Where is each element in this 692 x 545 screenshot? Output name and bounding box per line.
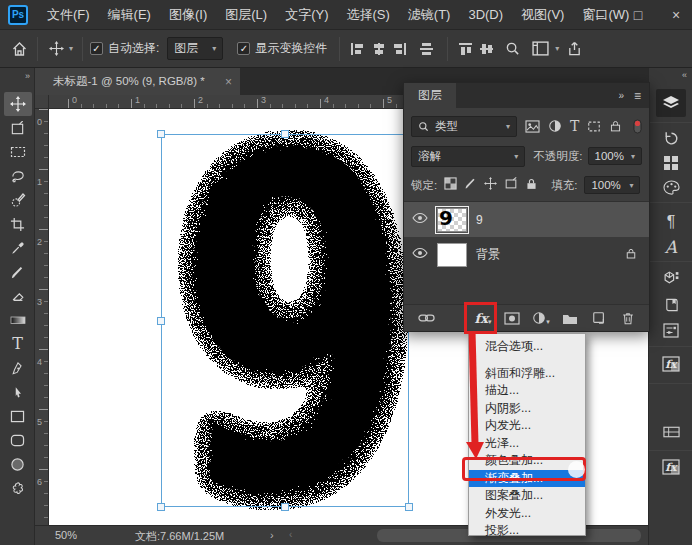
align-left-icon[interactable] bbox=[351, 43, 364, 55]
document-tab[interactable]: 未标题-1 @ 50% (9, RGB/8) * × bbox=[35, 68, 240, 95]
eraser-tool[interactable] bbox=[4, 284, 32, 308]
dock-timeline-icon[interactable] bbox=[656, 418, 686, 446]
transform-handle-top-left[interactable] bbox=[157, 130, 165, 138]
auto-select-checkbox[interactable]: ✓ bbox=[90, 42, 103, 55]
align-right-icon[interactable] bbox=[393, 43, 406, 55]
custom-shape-tool[interactable] bbox=[4, 476, 32, 500]
minimize-button[interactable]: – bbox=[592, 8, 608, 22]
dock-expand-icon[interactable]: « bbox=[682, 70, 686, 80]
brush-tool[interactable] bbox=[4, 260, 32, 284]
visibility-eye-icon[interactable] bbox=[412, 247, 428, 262]
filter-smart-object-icon[interactable] bbox=[609, 119, 622, 133]
add-layer-mask-icon[interactable] bbox=[503, 309, 521, 327]
menu-edit[interactable]: 编辑(E) bbox=[99, 0, 160, 30]
dock-paragraph-icon[interactable]: ¶ bbox=[656, 208, 686, 236]
tab-close-icon[interactable]: × bbox=[225, 75, 232, 89]
quick-selection-tool[interactable] bbox=[4, 188, 32, 212]
visibility-eye-icon[interactable] bbox=[412, 212, 428, 227]
filter-adjustment-layers-icon[interactable] bbox=[548, 119, 562, 133]
workspace-switcher-icon[interactable] bbox=[529, 38, 551, 60]
zoom-level[interactable]: 50% bbox=[55, 529, 77, 541]
rounded-rectangle-tool[interactable] bbox=[4, 428, 32, 452]
menu-view[interactable]: 视图(V) bbox=[512, 0, 573, 30]
filter-type-layers-icon[interactable]: T bbox=[570, 118, 579, 134]
maximize-button[interactable]: □ bbox=[630, 8, 646, 22]
opacity-dropdown[interactable]: 100% ▾ bbox=[588, 147, 643, 165]
dock-history-icon[interactable] bbox=[656, 124, 686, 152]
layer-row-9[interactable]: 9 9 bbox=[404, 202, 649, 237]
transform-handle-bottom-left[interactable] bbox=[157, 503, 165, 511]
chevron-down-icon[interactable]: ▾ bbox=[555, 44, 559, 53]
lasso-tool[interactable] bbox=[4, 164, 32, 188]
blend-mode-dropdown[interactable]: 溶解 ▾ bbox=[411, 146, 525, 167]
panel-menu-icon[interactable]: ≡ bbox=[634, 89, 641, 103]
move-tool-preset-icon[interactable] bbox=[45, 38, 67, 60]
menu-item-pattern-overlay[interactable]: 图案叠加... bbox=[469, 487, 585, 505]
menu-filter[interactable]: 滤镜(T) bbox=[399, 0, 460, 30]
distribute-icon[interactable] bbox=[420, 43, 433, 55]
path-selection-tool[interactable] bbox=[4, 380, 32, 404]
transform-handle-bottom-right[interactable] bbox=[405, 503, 413, 511]
close-button[interactable]: × bbox=[668, 8, 684, 22]
share-icon[interactable] bbox=[563, 38, 585, 60]
dock-libraries-icon[interactable] bbox=[656, 291, 686, 319]
menu-layer[interactable]: 图层(L) bbox=[216, 0, 276, 30]
layer-row-background[interactable]: 背景 bbox=[404, 237, 649, 272]
dock-color-swatches-icon[interactable] bbox=[656, 173, 686, 201]
type-tool[interactable]: T bbox=[4, 332, 32, 356]
toolbar-collapse-icon[interactable]: » bbox=[25, 71, 29, 81]
layer-name[interactable]: 9 bbox=[476, 213, 483, 227]
status-chevron-icon[interactable]: › bbox=[270, 529, 274, 541]
dock-layers-icon[interactable] bbox=[656, 89, 686, 117]
fill-dropdown[interactable]: 100% ▾ bbox=[584, 176, 640, 194]
align-center-icon[interactable] bbox=[372, 43, 385, 55]
eyedropper-tool[interactable] bbox=[4, 236, 32, 260]
align-top-icon[interactable] bbox=[459, 43, 472, 55]
dock-effects-fx-icon[interactable]: fx bbox=[656, 453, 686, 481]
crop-tool[interactable] bbox=[4, 212, 32, 236]
link-layers-icon[interactable] bbox=[417, 309, 435, 327]
transform-handle-middle-left[interactable] bbox=[157, 317, 165, 325]
menu-select[interactable]: 选择(S) bbox=[337, 0, 398, 30]
lock-transparency-icon[interactable] bbox=[444, 177, 457, 193]
filter-type-dropdown[interactable]: 类型 ▾ bbox=[411, 116, 517, 137]
layer-thumbnail[interactable]: 9 bbox=[437, 208, 467, 232]
filter-shape-layers-icon[interactable] bbox=[587, 120, 601, 133]
menu-3d[interactable]: 3D(D) bbox=[459, 0, 512, 30]
ellipse-tool[interactable] bbox=[4, 452, 32, 476]
search-icon[interactable] bbox=[501, 38, 523, 60]
filter-toggle-switch[interactable] bbox=[633, 119, 642, 134]
dock-styles-fx-icon[interactable]: fx bbox=[656, 350, 686, 378]
align-middle-icon[interactable] bbox=[480, 43, 493, 55]
chevron-down-icon[interactable]: ▾ bbox=[69, 44, 73, 53]
show-transform-checkbox[interactable]: ✓ bbox=[237, 42, 250, 55]
new-group-folder-icon[interactable] bbox=[561, 309, 579, 327]
home-icon[interactable] bbox=[8, 38, 30, 60]
marquee-tool[interactable] bbox=[4, 140, 32, 164]
delete-layer-trash-icon[interactable] bbox=[619, 309, 637, 327]
lock-pixels-icon[interactable] bbox=[464, 177, 477, 193]
menu-item-outer-glow[interactable]: 外发光... bbox=[469, 505, 585, 523]
dock-character-icon[interactable]: A bbox=[656, 233, 686, 261]
move-tool[interactable] bbox=[4, 92, 32, 116]
auto-select-target-dropdown[interactable]: 图层 ▾ bbox=[167, 37, 223, 60]
transform-handle-bottom-center[interactable] bbox=[281, 503, 289, 511]
menu-image[interactable]: 图像(I) bbox=[160, 0, 216, 30]
frame-tool[interactable] bbox=[4, 116, 32, 140]
dock-glyphs-icon[interactable] bbox=[656, 264, 686, 292]
lock-position-icon[interactable] bbox=[484, 177, 497, 193]
transform-bounding-box[interactable] bbox=[161, 134, 409, 507]
menu-type[interactable]: 文字(Y) bbox=[276, 0, 337, 30]
filter-pixel-layers-icon[interactable] bbox=[525, 120, 540, 133]
menu-item-drop-shadow[interactable]: 投影... bbox=[469, 522, 585, 540]
transform-handle-top-center[interactable] bbox=[281, 130, 289, 138]
lock-artboard-icon[interactable] bbox=[504, 177, 518, 193]
menu-file[interactable]: 文件(F) bbox=[38, 0, 99, 30]
pen-tool[interactable] bbox=[4, 356, 32, 380]
dock-properties-icon[interactable] bbox=[656, 316, 686, 344]
panel-expand-icon[interactable]: » bbox=[618, 90, 624, 101]
lock-all-icon[interactable] bbox=[525, 177, 538, 194]
new-adjustment-layer-icon[interactable]: ▾ bbox=[532, 309, 550, 327]
rectangle-tool[interactable] bbox=[4, 404, 32, 428]
layers-tab[interactable]: 图层 bbox=[404, 83, 456, 108]
